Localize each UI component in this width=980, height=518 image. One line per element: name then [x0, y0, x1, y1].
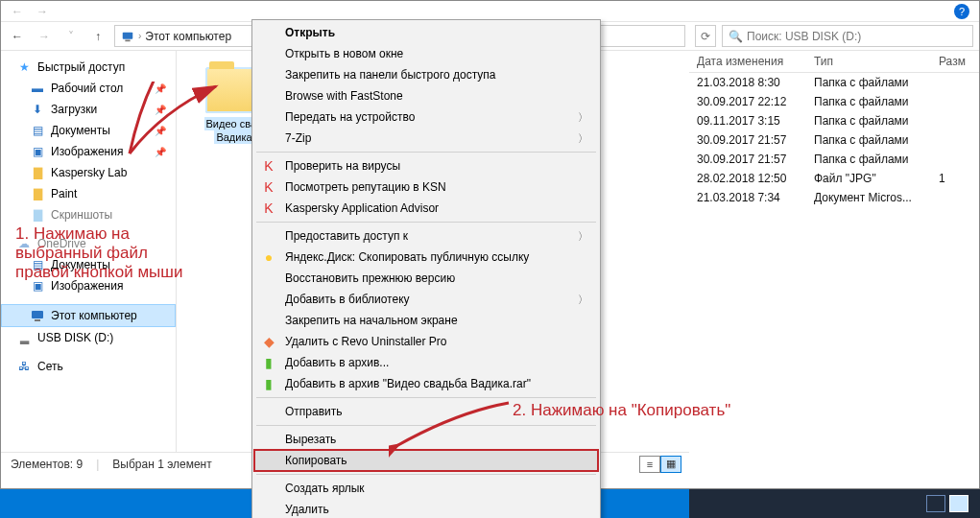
cell-type: Папка с файлами	[814, 114, 939, 128]
sidebar-quick-access[interactable]: ★ Быстрый доступ	[1, 57, 176, 78]
table-row[interactable]: 21.03.2018 7:34Документ Micros...	[697, 188, 979, 207]
cell-size	[939, 114, 979, 128]
icons-view-icon[interactable]: ▦	[660, 456, 681, 473]
table-row[interactable]: 30.09.2017 21:57Папка с файлами	[697, 150, 979, 169]
details-view-icon[interactable]	[926, 495, 945, 512]
sidebar-desktop[interactable]: ▬ Рабочий стол 📌	[1, 78, 176, 99]
cell-date: 30.09.2017 21:57	[697, 153, 814, 166]
table-row[interactable]: 28.02.2018 12:50Файл "JPG"1	[697, 169, 979, 188]
menu-open[interactable]: Открыть	[254, 22, 598, 43]
folder-icon: ▇	[30, 207, 45, 223]
menu-pin-quick-access[interactable]: Закрепить на панели быстрого доступа	[254, 64, 598, 85]
cell-date: 28.02.2018 12:50	[697, 172, 814, 185]
svg-rect-2	[32, 311, 43, 318]
back-button-2[interactable]: ←	[7, 26, 28, 47]
network-icon: 🖧	[16, 359, 32, 374]
sidebar-this-pc[interactable]: Этот компьютер	[1, 304, 176, 327]
table-row[interactable]: 30.09.2017 22:12Папка с файлами	[697, 92, 979, 111]
up-button[interactable]: ↑	[87, 26, 108, 47]
sidebar-kaspersky[interactable]: ▇ Kaspersky Lab	[1, 162, 176, 183]
titlebar: ˅ ?	[689, 1, 979, 22]
menu-copy[interactable]: Копировать	[254, 450, 598, 471]
cell-date: 09.11.2017 3:15	[697, 114, 814, 128]
menu-restore-version[interactable]: Восстановить прежнюю версию	[254, 268, 598, 289]
sidebar-screenshots[interactable]: ▇ Скриншоты	[1, 204, 176, 225]
table-row[interactable]: 09.11.2017 3:15Папка с файлами	[697, 111, 979, 130]
menu-faststone[interactable]: Browse with FastStone	[254, 85, 598, 106]
folder-icon: ▇	[30, 165, 45, 180]
menu-cut[interactable]: Вырезать	[254, 429, 598, 450]
menu-label: Восстановить прежнюю версию	[285, 271, 455, 285]
col-size[interactable]: Разм	[939, 55, 979, 68]
annotation-2: 2. Нажимаю на "Копировать"	[513, 401, 730, 420]
chevron-right-icon: 〉	[578, 293, 588, 307]
forward-button[interactable]: →	[32, 1, 53, 22]
sidebar-paint[interactable]: ▇ Paint	[1, 183, 176, 204]
menu-open-new-window[interactable]: Открыть в новом окне	[254, 43, 598, 64]
menu-yandex-disk[interactable]: ●Яндекс.Диск: Скопировать публичную ссыл…	[254, 247, 598, 268]
taskbar	[689, 489, 980, 518]
col-date[interactable]: Дата изменения	[697, 55, 814, 68]
rar-icon: ▮	[260, 375, 277, 392]
menu-label: Добавить в архив "Видео свадьба Вадика.r…	[285, 377, 531, 390]
file-list: 21.03.2018 8:30Папка с файлами30.09.2017…	[689, 73, 979, 207]
menu-kaa[interactable]: KKaspersky Application Advisor	[254, 198, 598, 219]
dropdown-history-icon[interactable]: ˅	[60, 26, 82, 47]
pictures-icon: ▣	[30, 144, 45, 159]
sidebar-item-label: Сеть	[37, 360, 63, 373]
svg-rect-1	[125, 39, 130, 41]
download-icon: ⬇	[30, 102, 45, 117]
cell-type: Документ Micros...	[814, 191, 939, 204]
col-type[interactable]: Тип	[814, 55, 939, 68]
documents-icon: ▤	[30, 123, 45, 138]
sidebar-pictures[interactable]: ▣ Изображения 📌	[1, 141, 176, 162]
icons-view-icon[interactable]	[949, 495, 968, 512]
menu-label: Вырезать	[285, 433, 336, 446]
menu-7zip[interactable]: 7-Zip〉	[254, 128, 598, 149]
column-headers[interactable]: Дата изменения Тип Разм	[689, 51, 979, 73]
cell-type: Папка с файлами	[814, 133, 939, 147]
chevron-right-icon: 〉	[578, 229, 588, 244]
menu-label: Копировать	[285, 454, 347, 467]
refresh-button[interactable]: ⟳	[695, 25, 716, 47]
search-input[interactable]: 🔍 Поиск: USB DISK (D:)	[722, 25, 973, 47]
sidebar-downloads[interactable]: ⬇ Загрузки 📌	[1, 99, 176, 120]
sidebar-network[interactable]: 🖧 Сеть	[1, 356, 176, 377]
context-menu: Открыть Открыть в новом окне Закрепить н…	[251, 19, 601, 518]
sidebar-documents[interactable]: ▤ Документы 📌	[1, 120, 176, 141]
menu-create-shortcut[interactable]: Создать ярлык	[254, 478, 598, 499]
chevron-right-icon: ›	[138, 31, 141, 41]
menu-revo[interactable]: ◆Удалить с Revo Uninstaller Pro	[254, 331, 598, 352]
sidebar-item-label: Быстрый доступ	[37, 60, 125, 74]
menu-ksn[interactable]: KПосмотреть репутацию в KSN	[254, 177, 598, 198]
back-button[interactable]: ←	[7, 1, 28, 22]
details-view-icon[interactable]: ≡	[639, 456, 660, 473]
annotation-1: 1. Нажимаю навыбранный файлправой кнопко…	[15, 224, 182, 282]
menu-delete[interactable]: Удалить	[254, 499, 598, 518]
menu-share-access[interactable]: Предоставить доступ к〉	[254, 225, 598, 247]
sidebar-item-label: Загрузки	[51, 103, 97, 116]
cell-size	[939, 153, 979, 166]
menu-scan-virus[interactable]: KПроверить на вирусы	[254, 155, 598, 177]
usb-icon: ▂	[16, 330, 32, 345]
table-row[interactable]: 21.03.2018 8:30Папка с файлами	[697, 73, 979, 92]
menu-label: Предоставить доступ к	[285, 229, 408, 243]
menu-label: 7-Zip	[285, 131, 311, 145]
menu-cast-to-device[interactable]: Передать на устройство〉	[254, 106, 598, 128]
menu-add-archive[interactable]: ▮Добавить в архив...	[254, 352, 598, 373]
table-row[interactable]: 30.09.2017 21:57Папка с файлами	[697, 130, 979, 150]
menu-add-library[interactable]: Добавить в библиотеку〉	[254, 289, 598, 310]
forward-button-2[interactable]: →	[34, 26, 55, 47]
pc-icon	[30, 308, 45, 323]
sidebar-usb-disk[interactable]: ▂ USB DISK (D:)	[1, 327, 176, 348]
help-icon[interactable]: ?	[954, 4, 969, 19]
cell-date: 30.09.2017 21:57	[697, 133, 814, 147]
search-icon: 🔍	[729, 30, 743, 43]
menu-pin-start[interactable]: Закрепить на начальном экране	[254, 310, 598, 331]
desktop-icon: ▬	[30, 81, 45, 96]
breadcrumb[interactable]: Этот компьютер	[145, 30, 231, 43]
view-toggle[interactable]: ≡ ▦	[639, 456, 681, 473]
menu-label: Удалить	[285, 503, 329, 516]
cell-date: 30.09.2017 22:12	[697, 95, 814, 108]
menu-add-archive-named[interactable]: ▮Добавить в архив "Видео свадьба Вадика.…	[254, 373, 598, 394]
